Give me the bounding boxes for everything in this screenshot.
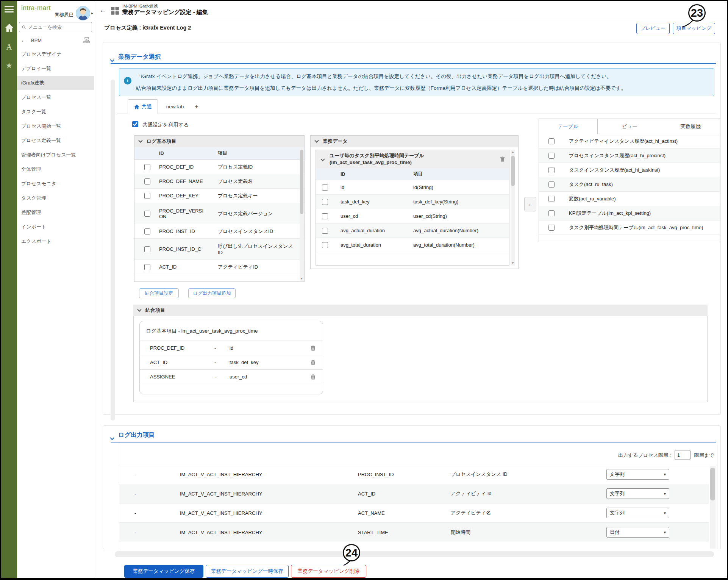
breadcrumb: IM-BPM iGrafx連携 bbox=[122, 3, 158, 9]
row-checkbox[interactable] bbox=[144, 246, 150, 252]
row-checkbox[interactable] bbox=[548, 225, 555, 231]
row-checkbox[interactable] bbox=[548, 196, 555, 202]
sidebar-item-admin-process-list[interactable]: 管理者向けプロセス一覧 bbox=[17, 148, 94, 162]
hierarchy-suffix: 階層まで bbox=[694, 452, 714, 459]
chevron-down-icon: ▾ bbox=[664, 511, 666, 516]
sidebar-item-process-designer[interactable]: プロセスデザイナ bbox=[17, 47, 94, 61]
business-data-header[interactable]: 業務データ bbox=[311, 136, 518, 147]
page-title: 業務データマッピング設定 - 編集 bbox=[122, 9, 208, 16]
content-horizontal-scrollbar[interactable] bbox=[115, 551, 714, 557]
row-checkbox[interactable] bbox=[144, 264, 150, 270]
sidebar-item-deploy-list[interactable]: デプロイ一覧 bbox=[17, 61, 94, 76]
scroll-up-icon[interactable]: ▲ bbox=[511, 150, 515, 154]
main-area: ← IM-BPM iGrafx連携 業務データマッピング設定 - 編集 プロセス… bbox=[94, 1, 727, 578]
row-checkbox[interactable] bbox=[548, 138, 555, 144]
row-checkbox[interactable] bbox=[144, 193, 150, 199]
tab-newtab[interactable]: newTab bbox=[160, 99, 190, 114]
font-size-icon[interactable]: A bbox=[1, 43, 17, 52]
scroll-down-icon[interactable]: ▼ bbox=[511, 261, 515, 265]
sidebar-item-process-start-list[interactable]: プロセス開始一覧 bbox=[17, 119, 94, 133]
log-basic-header[interactable]: ログ基本項目 bbox=[134, 136, 304, 147]
row-checkbox[interactable] bbox=[548, 167, 555, 173]
source-tabs: テーブル ビュー 変数履歴 bbox=[539, 119, 720, 134]
page-header: ← IM-BPM iGrafx連携 業務データマッピング設定 - 編集 bbox=[94, 1, 727, 20]
sidebar-section-label: BPM bbox=[31, 38, 42, 43]
table-row: タスクインスタンス履歴(act_hi_taskinst) bbox=[539, 163, 720, 177]
tab-tables[interactable]: テーブル bbox=[539, 119, 598, 134]
add-log-output-item-button[interactable]: ログ出力項目追加 bbox=[188, 288, 236, 298]
row-checkbox[interactable] bbox=[548, 181, 555, 188]
move-left-button[interactable]: ← bbox=[524, 197, 536, 211]
sidebar-item-overall-admin[interactable]: 全体管理 bbox=[17, 162, 94, 177]
table-row: PROC_DEF_KEY プロセス定義キー bbox=[134, 189, 304, 203]
row-checkbox[interactable] bbox=[322, 213, 328, 219]
avatar[interactable] bbox=[76, 6, 90, 20]
tab-variable-history[interactable]: 変数履歴 bbox=[661, 119, 720, 134]
back-icon[interactable]: ← bbox=[21, 37, 26, 43]
row-checkbox[interactable] bbox=[548, 153, 555, 159]
mapping-delete-button[interactable]: 業務データマッピング削除 bbox=[291, 565, 366, 578]
join-items-header[interactable]: 結合項目 bbox=[133, 305, 708, 316]
chevron-down-icon: ▾ bbox=[664, 530, 666, 535]
hierarchy-label: 出力するプロセス階層 : bbox=[618, 452, 671, 459]
row-checkbox[interactable] bbox=[322, 242, 328, 248]
sidebar-item-process-def-list[interactable]: プロセス定義一覧 bbox=[17, 133, 94, 148]
sidebar-item-igrafx[interactable]: iGrafx連携 bbox=[17, 76, 94, 90]
join-item-setting-button[interactable]: 結合項目設定 bbox=[139, 288, 179, 298]
collapse-icon[interactable] bbox=[111, 56, 114, 63]
row-checkbox[interactable] bbox=[322, 228, 328, 234]
row-checkbox[interactable] bbox=[548, 210, 555, 216]
preview-button[interactable]: プレビュー bbox=[636, 23, 670, 34]
sidebar-item-import[interactable]: インポート bbox=[17, 220, 94, 234]
row-checkbox[interactable] bbox=[144, 164, 150, 170]
sidebar-item-task-list[interactable]: タスク一覧 bbox=[17, 105, 94, 119]
business-table-title-bar[interactable]: ユーザ毎のタスク別平均処理時間テーブル (im_act_user_task_av… bbox=[316, 150, 509, 168]
tab-views[interactable]: ビュー bbox=[598, 119, 662, 134]
favorites-icon[interactable]: ★ bbox=[1, 61, 17, 70]
log-basic-table-header: ID 項目 bbox=[134, 147, 304, 160]
trash-icon[interactable] bbox=[500, 156, 505, 162]
sidebar-item-task-admin[interactable]: タスク管理 bbox=[17, 191, 94, 205]
mapping-temp-save-button[interactable]: 業務データマッピング一時保存 bbox=[206, 565, 289, 578]
hierarchy-depth-input[interactable] bbox=[675, 450, 691, 460]
tab-common[interactable]: 共通 bbox=[128, 99, 158, 114]
user-menu-caret-icon[interactable]: ▸ bbox=[91, 11, 93, 15]
add-tab-button[interactable]: + bbox=[191, 99, 202, 114]
output-scrollbar[interactable] bbox=[710, 466, 716, 549]
output-type-select[interactable]: 文字列▾ bbox=[606, 488, 669, 499]
collapse-icon[interactable] bbox=[111, 434, 114, 441]
back-arrow-icon[interactable]: ← bbox=[99, 6, 106, 14]
row-checkbox[interactable] bbox=[322, 199, 328, 205]
menu-icon[interactable] bbox=[5, 6, 14, 13]
use-common-checkbox[interactable] bbox=[132, 121, 138, 127]
business-data-scrollbar[interactable]: ▲ ▼ bbox=[511, 150, 515, 266]
scroll-down-icon[interactable]: ▼ bbox=[300, 277, 304, 280]
global-nav-rail: A ★ bbox=[1, 1, 17, 578]
output-type-select[interactable]: 文字列▾ bbox=[606, 508, 669, 518]
sidebar-section-header[interactable]: ← BPM bbox=[17, 35, 94, 45]
log-basic-scrollbar[interactable]: ▼ bbox=[300, 148, 304, 281]
trash-icon[interactable] bbox=[310, 360, 316, 366]
sidebar-item-process-list[interactable]: プロセス一覧 bbox=[17, 90, 94, 105]
mapping-save-button[interactable]: 業務データマッピング保存 bbox=[124, 565, 203, 578]
source-tables-panel: テーブル ビュー 変数履歴 アクティビティインスタンス履歴(act_hi_act… bbox=[539, 119, 720, 242]
content-vertical-scrollbar[interactable] bbox=[111, 80, 115, 421]
output-row: - IM_ACT_V_ACT_INST_HIERARCHY PROC_INST_… bbox=[119, 465, 709, 484]
search-input[interactable] bbox=[28, 25, 89, 30]
row-checkbox[interactable] bbox=[144, 178, 150, 184]
info-line-2: 結合項目未設定のままログ出力項目に業務データ項目を追加してもデータは出力されませ… bbox=[136, 85, 708, 92]
sitemap-icon[interactable] bbox=[83, 37, 90, 44]
apps-grid-icon[interactable] bbox=[111, 6, 119, 15]
home-icon[interactable] bbox=[1, 23, 17, 34]
sidebar-item-export[interactable]: エクスポート bbox=[17, 234, 94, 249]
row-checkbox[interactable] bbox=[322, 184, 328, 191]
row-checkbox[interactable] bbox=[144, 211, 150, 217]
sidebar-item-dispatch-admin[interactable]: 差配管理 bbox=[17, 205, 94, 220]
sidebar-item-process-monitor[interactable]: プロセスモニタ bbox=[17, 177, 94, 191]
table-row: 変数(act_ru_variable) bbox=[539, 192, 720, 206]
output-type-select[interactable]: 文字列▾ bbox=[606, 469, 669, 480]
output-type-select[interactable]: 日付▾ bbox=[606, 527, 669, 538]
trash-icon[interactable] bbox=[310, 345, 316, 351]
row-checkbox[interactable] bbox=[144, 228, 150, 235]
trash-icon[interactable] bbox=[310, 374, 316, 380]
